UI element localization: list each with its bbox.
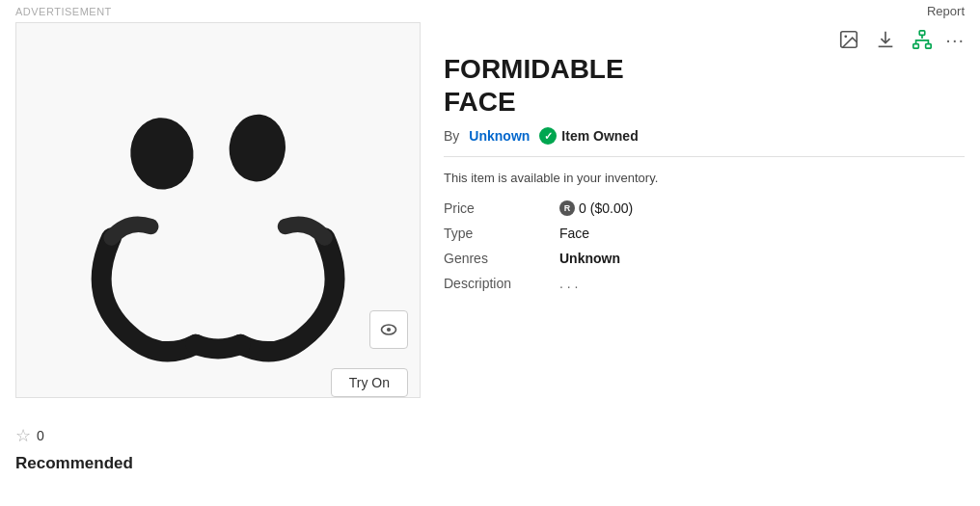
type-label: Type [444,226,559,241]
svg-rect-8 [926,44,932,49]
report-link[interactable]: Report [927,4,965,18]
robux-icon: R [559,200,575,216]
price-number: 0 [579,200,586,216]
by-label: By [444,128,459,144]
description-label: Description [444,276,559,291]
eye-icon [379,320,398,339]
advertisement-label: ADVERTISEMENT [15,6,112,17]
top-bar: ADVERTISEMENT Report [0,0,980,22]
left-panel: Try On [15,22,421,398]
item-image-container: Try On [15,22,421,398]
view-button[interactable] [369,310,408,349]
svg-rect-7 [913,44,919,49]
creator-link[interactable]: Unknown [469,128,530,144]
type-value: Face [559,226,965,241]
svg-point-0 [127,116,196,193]
genres-value: Unknown [559,251,965,266]
price-label: Price [444,200,559,216]
recommended-title: Recommended [15,454,965,473]
price-usd: ($0.00) [590,200,633,216]
download-icon [875,29,896,50]
bottom-bar: ☆ 0 [0,413,980,454]
genres-label: Genres [444,251,559,266]
svg-rect-6 [920,31,926,36]
image-icon [838,29,859,50]
svg-point-1 [227,113,288,185]
divider [444,156,965,157]
right-top-area: ··· [444,26,965,53]
star-count: 0 [37,428,44,443]
hierarchy-toolbar-icon[interactable] [909,26,936,53]
owned-label: Item Owned [561,128,638,144]
svg-point-5 [845,35,848,38]
svg-point-3 [387,328,391,332]
item-meta: By Unknown ✓ Item Owned [444,127,965,145]
image-toolbar-icon[interactable] [835,26,862,53]
right-top-icons: ··· [835,26,965,53]
price-value: R 0 ($0.00) [559,200,965,216]
right-panel: ··· FORMIDABLE FACE By Unknown ✓ Item Ow… [444,22,965,398]
owned-check-icon: ✓ [539,127,557,145]
item-image [37,41,399,378]
hierarchy-icon [912,29,933,50]
availability-text: This item is available in your inventory… [444,171,965,185]
owned-badge: ✓ Item Owned [539,127,638,145]
main-content: Try On [0,22,980,413]
item-title: FORMIDABLE FACE [444,53,965,118]
download-toolbar-icon[interactable] [872,26,899,53]
try-on-button[interactable]: Try On [331,368,408,397]
more-options-icon[interactable]: ··· [945,29,965,51]
star-icon[interactable]: ☆ [15,425,31,446]
recommended-section: Recommended [0,454,980,473]
description-value: . . . [559,276,965,291]
details-grid: Price R 0 ($0.00) Type Face Genres Unkno… [444,200,965,291]
